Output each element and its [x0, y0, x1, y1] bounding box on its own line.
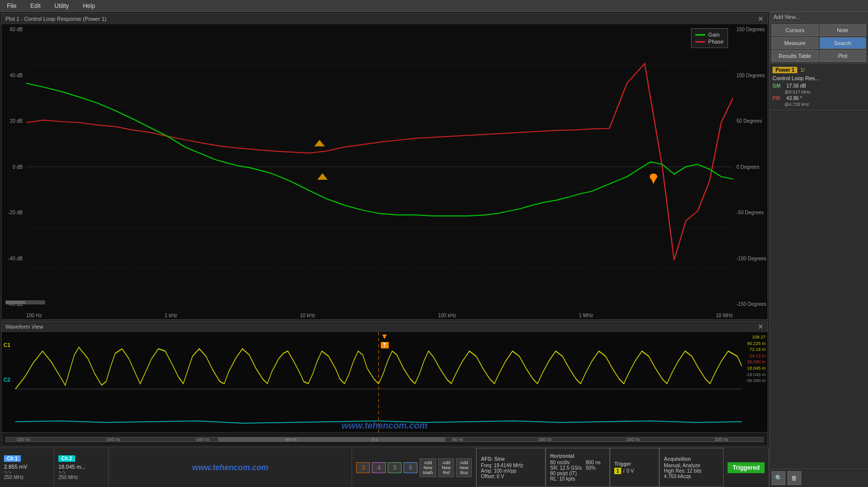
chart-svg	[26, 24, 733, 309]
measure-button[interactable]: Measure	[772, 37, 819, 49]
y-label-20: 20 dB	[2, 118, 25, 124]
ch1-section: Ch 1 2.855 mV ∿∿ 250 MHz	[0, 448, 54, 487]
waveform-close-button[interactable]: ✕	[758, 323, 764, 331]
gm-label: GM	[773, 83, 784, 89]
y-label-n20: -20 dB	[2, 210, 25, 215]
add-new-bar: Add New...	[770, 12, 868, 22]
ch1-voltage: 2.855 mV	[4, 464, 50, 470]
svg-marker-26	[318, 174, 327, 180]
plot-close-button[interactable]: ✕	[758, 15, 764, 23]
ch1-freq: 250 MHz	[4, 475, 50, 480]
y-label-n40: -40 dB	[2, 256, 25, 261]
pm-measurement: PM 43.86 °	[773, 96, 865, 101]
pm-freq: @4.733 kHz	[784, 102, 865, 107]
ch5-button[interactable]: 5	[388, 462, 402, 473]
add-ref-button[interactable]: AddNewRef	[438, 458, 454, 477]
wf-values: 108.27 90.225 m 72.18 m 54.13 m 36.090 m…	[745, 334, 766, 384]
menu-file[interactable]: File	[4, 1, 19, 10]
power-channel: 1/	[800, 67, 804, 73]
menu-utility[interactable]: Utility	[51, 1, 72, 10]
acquisition-section: Acquisition Manual, Analyze High Res: 12…	[659, 448, 724, 487]
menu-help[interactable]: Help	[80, 1, 98, 10]
wf-val-2: 90.225 m	[745, 341, 766, 347]
plot-canvas[interactable]: 60 dB 40 dB 20 dB 0 dB -20 dB -40 dB -60…	[1, 24, 768, 319]
ch1-coupling: ∿∿	[4, 470, 50, 475]
right-toolbar: Cursors Note Measure Search Results Tabl…	[770, 22, 868, 64]
x-axis: 100 Hz 1 kHz 10 kHz 100 kHz 1 MHz 10 MHz	[26, 313, 733, 318]
results-table-button[interactable]: Results Table	[772, 50, 819, 62]
svg-marker-25	[315, 140, 324, 146]
wf-val-6: 18.045 m	[745, 365, 766, 372]
add-math-button[interactable]: AddNewMath	[419, 458, 436, 477]
x-label-1mhz: 1 MHz	[579, 313, 594, 318]
y-label-150deg: 150 Degrees	[734, 27, 767, 32]
y-label-40: 40 dB	[2, 73, 25, 78]
control-loop-plot: Plot 1 - Control Loop Response (Power 1)…	[1, 13, 768, 320]
waveform-view: Waveform View ✕ ▼ T	[1, 321, 768, 446]
main-layout: Plot 1 - Control Loop Response (Power 1)…	[0, 12, 868, 487]
power-badge: Power 1	[773, 67, 797, 73]
wx-n320: -320 ns	[15, 437, 30, 442]
pm-label: PM	[773, 96, 784, 101]
afg-amp: Amp: 100 mVpp	[481, 468, 541, 474]
wx-240: 240 ns	[627, 437, 640, 442]
y-label-n150deg: -150 Degrees	[734, 301, 767, 307]
acq-acqs: 4.763 kAcqs	[664, 474, 719, 479]
afg-freq: Freq: 19.4149 MHz	[481, 463, 541, 468]
x-label-100hz: 100 Hz	[26, 313, 42, 318]
horiz-percent: 50%	[586, 465, 600, 471]
ch2-section: Ch 2 18.045 m... ∿∿ 250 MHz	[54, 448, 109, 487]
plot-area: Plot 1 - Control Loop Response (Power 1)…	[0, 12, 769, 487]
plot-button[interactable]: Plot	[820, 50, 867, 62]
ch6-button[interactable]: 6	[404, 462, 417, 473]
acq-mode: Manual, Analyze	[664, 463, 719, 468]
plot-title: Plot 1 - Control Loop Response (Power 1)	[5, 16, 106, 22]
x-label-10khz: 10 kHz	[300, 313, 315, 318]
ch3-button[interactable]: 3	[356, 462, 370, 473]
delete-button[interactable]: 🗑	[787, 471, 801, 485]
y-label-60: 60 dB	[2, 27, 25, 32]
trigger-ch-badge: 1	[614, 468, 621, 474]
acq-title: Acquisition	[664, 456, 719, 462]
gm-measurement: GM 17.56 dB	[773, 83, 865, 89]
right-panel: Add New... Cursors Note Measure Search R…	[769, 12, 868, 487]
zoom-button[interactable]: 🔍	[772, 471, 785, 485]
cursors-button[interactable]: Cursors	[772, 24, 819, 36]
ch2-badge: Ch 2	[58, 455, 75, 462]
ch1-label: C1	[3, 342, 10, 348]
search-button[interactable]: Search	[820, 37, 867, 49]
trigger-values: 1 / 0 V	[614, 468, 655, 474]
logo-section: www.tehencom.com	[109, 448, 352, 487]
afg-section: AFG: Sine Freq: 19.4149 MHz Amp: 100 mVp…	[476, 448, 546, 487]
horiz-ns-div: 80 ns/div	[550, 460, 582, 465]
waveform-title-bar: Waveform View ✕	[1, 321, 768, 332]
ch2-coupling: ∿∿	[58, 470, 104, 475]
horiz-ps-pt: 80 ps/pt (IT)	[550, 471, 582, 476]
trigger-T-label: T	[380, 342, 388, 348]
add-new-label: Add New...	[774, 14, 800, 20]
horiz-title: Horizontal	[550, 453, 605, 459]
wf-val-8: -36.090 m	[745, 378, 766, 384]
wx-320: 320 ns	[715, 437, 728, 442]
power-header: Power 1 1/	[773, 67, 865, 73]
y-label-0: 0 dB	[2, 164, 25, 170]
add-bus-button[interactable]: AddNewBus	[456, 458, 472, 477]
x-label-10mhz: 10 MHz	[716, 313, 733, 318]
triggered-button[interactable]: Triggered	[728, 462, 765, 473]
menubar: File Edit Utility Help	[0, 0, 868, 12]
trigger-icon: /	[623, 468, 625, 474]
plot-title-bar: Plot 1 - Control Loop Response (Power 1)…	[1, 13, 768, 24]
trigger-marker-top: ▼	[381, 332, 389, 341]
scroll-thumb	[6, 301, 25, 304]
horizontal-section: Horizontal 80 ns/div SR: 12.5 GS/s 80 ps…	[546, 448, 610, 487]
ch4-button[interactable]: 4	[372, 462, 386, 473]
x-label-100khz: 100 kHz	[438, 313, 457, 318]
horiz-values: 80 ns/div SR: 12.5 GS/s 80 ps/pt (IT) RL…	[550, 460, 605, 482]
waveform-title: Waveform View	[5, 324, 43, 330]
y-label-n50deg: -50 Degrees	[734, 210, 767, 215]
menu-edit[interactable]: Edit	[27, 1, 44, 10]
afg-title: AFG: Sine	[481, 456, 541, 462]
legend-phase: Phase	[695, 39, 724, 45]
legend-gain: Gain	[695, 32, 724, 38]
note-button[interactable]: Note	[820, 24, 867, 36]
